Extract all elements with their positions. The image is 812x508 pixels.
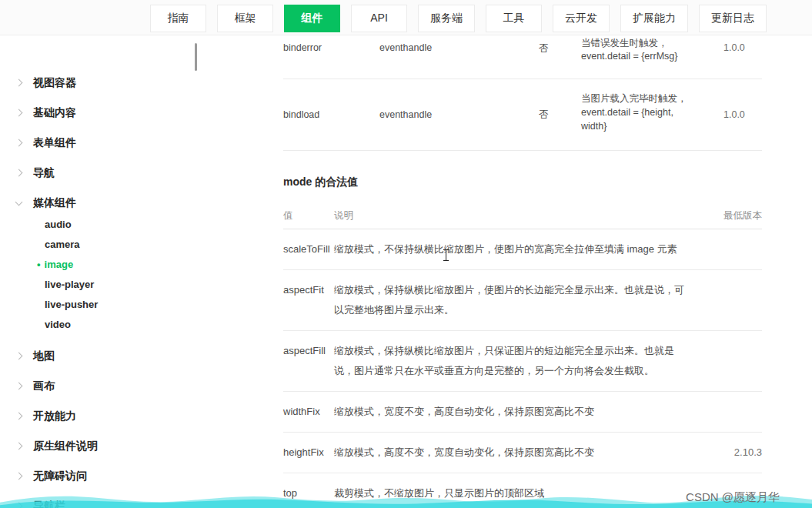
mode-desc-cell: 缩放模式，保持纵横比缩放图片，只保证图片的短边能完全显示出来。也就是说，图片通常… [334,341,693,381]
chevron-right-icon [15,473,23,480]
tab-changelog[interactable]: 更新日志 [699,5,767,32]
section-heading-mode: mode 的合法值 [283,175,762,189]
sidebar-item-label: 原生组件说明 [33,439,98,453]
column-header-value: 值 [283,209,334,222]
sidebar-subitem-camera[interactable]: camera [0,234,231,254]
tab-cloud[interactable]: 云开发 [553,5,610,32]
sidebar-item-form-components[interactable]: 表单组件 [0,128,231,158]
chevron-right-icon [15,109,23,117]
desc-line: 当错误发生时触发， [581,37,723,50]
top-nav-tabs: 指南 框架 组件 API 服务端 工具 云开发 扩展能力 更新日志 [150,5,767,32]
sidebar-subitem-live-pusher[interactable]: live-pusher [0,294,231,314]
event-desc-cell: 当错误发生时触发， event.detail = {errMsg} [581,35,723,79]
desc-line: 当图片载入完毕时触发， [581,92,723,105]
sidebar-subitem-label: audio [45,219,72,230]
mode-version-cell [693,280,762,320]
sidebar-subitem-label: video [45,319,71,330]
event-name-cell: bindload [283,109,379,120]
sidebar-item-label: 画布 [33,379,55,393]
mode-version-cell [693,341,762,381]
mode-desc-cell: 缩放模式，不保持纵横比缩放图片，使图片的宽高完全拉伸至填满 image 元素 [334,239,693,259]
mode-value-cell: heightFix [283,443,334,463]
sidebar-item-label: 无障碍访问 [33,470,87,483]
column-header-min-version: 最低版本 [693,209,762,222]
sidebar-item-canvas[interactable]: 画布 [0,371,231,401]
sidebar-sublist-media: audio camera image live-player live-push… [0,214,231,334]
sidebar-subitem-label: camera [45,239,80,250]
sidebar-item-accessibility[interactable]: 无障碍访问 [0,461,231,491]
sidebar-item-navigation[interactable]: 导航 [0,158,231,188]
event-required-cell: 否 [539,109,581,122]
mode-version-cell [693,402,762,422]
mode-desc-cell: 缩放模式，高度不变，宽度自动变化，保持原图宽高比不变 [334,443,693,463]
mode-table-header: 值 说明 最低版本 [283,203,762,229]
mode-value-cell: aspectFit [283,280,334,320]
tab-extended[interactable]: 扩展能力 [620,5,688,32]
sidebar-subitem-label: image [45,259,74,270]
tab-framework[interactable]: 框架 [217,5,273,32]
mode-desc-cell: 缩放模式，保持纵横比缩放图片，使图片的长边能完全显示出来。也就是说，可以完整地将… [334,280,693,320]
mode-table-row: scaleToFill 缩放模式，不保持纵横比缩放图片，使图片的宽高完全拉伸至填… [283,229,762,270]
event-required-cell: 否 [539,35,581,55]
mode-version-cell [693,239,762,259]
sidebar-item-native-components[interactable]: 原生组件说明 [0,431,231,461]
page: binderror eventhandle 否 当错误发生时触发， event.… [0,0,812,508]
chevron-right-icon [15,383,23,390]
sidebar-item-label: 视图容器 [33,76,76,90]
sidebar-subitem-live-player[interactable]: live-player [0,274,231,294]
text-cursor-icon [443,249,449,261]
tab-api[interactable]: API [351,5,407,32]
mode-table-row: heightFix 缩放模式，高度不变，宽度自动变化，保持原图宽高比不变 2.1… [283,433,762,473]
mode-value-cell: widthFix [283,402,334,422]
chevron-right-icon [15,169,23,177]
top-nav-bar: 指南 框架 组件 API 服务端 工具 云开发 扩展能力 更新日志 [0,0,812,35]
main-content: binderror eventhandle 否 当错误发生时触发， event.… [283,35,762,508]
event-version-cell: 1.0.0 [723,35,762,53]
mode-table-row: widthFix 缩放模式，宽度不变，高度自动变化，保持原图宽高比不变 [283,392,762,433]
sidebar-item-label: 导航 [33,166,55,180]
event-type-cell: eventhandle [379,35,539,53]
chevron-right-icon [15,353,23,360]
desc-line: event.detail = {errMsg} [581,50,723,63]
sidebar: 视图容器 基础内容 表单组件 导航 媒体组件 audio camera ima [0,35,231,508]
event-name-cell: binderror [283,35,379,53]
tab-server[interactable]: 服务端 [418,5,475,32]
column-header-description: 说明 [334,209,693,222]
event-desc-cell: 当图片载入完毕时触发， event.detail = {height, widt… [581,79,723,150]
sidebar-subitem-label: live-pusher [45,299,98,310]
mode-value-cell: scaleToFill [283,239,334,259]
table-row-bindload: bindload eventhandle 否 当图片载入完毕时触发， event… [283,79,762,151]
sidebar-item-open-capabilities[interactable]: 开放能力 [0,401,231,431]
mode-table-row: aspectFill 缩放模式，保持纵横比缩放图片，只保证图片的短边能完全显示出… [283,331,762,392]
chevron-right-icon [15,79,23,87]
sidebar-item-view-container[interactable]: 视图容器 [0,68,231,98]
event-type-cell: eventhandle [379,109,539,120]
sidebar-subitem-audio[interactable]: audio [0,214,231,234]
sidebar-item-basic-content[interactable]: 基础内容 [0,98,231,128]
sidebar-item-label: 开放能力 [33,409,76,423]
chevron-right-icon [15,139,23,147]
mode-desc-cell: 缩放模式，宽度不变，高度自动变化，保持原图宽高比不变 [334,402,693,422]
sidebar-item-label: 媒体组件 [33,196,76,210]
chevron-down-icon [15,198,23,206]
chevron-right-icon [15,413,23,420]
sidebar-item-map[interactable]: 地图 [0,341,231,371]
mode-value-cell: aspectFill [283,341,334,381]
mode-version-cell: 2.10.3 [693,443,762,463]
tab-tools[interactable]: 工具 [486,5,542,32]
sidebar-item-label: 表单组件 [33,136,76,150]
tab-guide[interactable]: 指南 [150,5,206,32]
tab-components[interactable]: 组件 [284,5,340,32]
sidebar-item-label: 地图 [33,349,55,363]
desc-line: event.detail = {height, [581,105,723,119]
sidebar-scrollbar-thumb[interactable] [195,43,197,71]
sidebar-subitem-label: live-player [45,279,94,290]
sidebar-subitem-video[interactable]: video [0,314,231,334]
desc-line: width} [581,119,723,133]
event-version-cell: 1.0.0 [723,109,762,120]
sidebar-subitem-image[interactable]: image [0,254,231,274]
mode-table-row: aspectFit 缩放模式，保持纵横比缩放图片，使图片的长边能完全显示出来。也… [283,270,762,331]
table-row-binderror: binderror eventhandle 否 当错误发生时触发， event.… [283,35,762,79]
sidebar-item-label: 基础内容 [33,106,76,120]
chevron-right-icon [15,443,23,450]
